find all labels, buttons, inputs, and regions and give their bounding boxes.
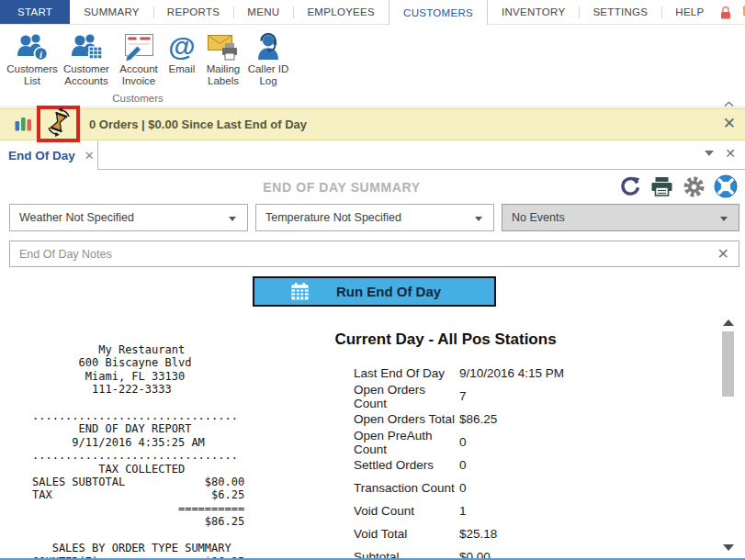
stat-row: Open Orders Count7 — [354, 385, 712, 408]
stat-label: Open PreAuth Count — [354, 429, 459, 456]
end-of-day-hourglass-icon[interactable] — [42, 107, 75, 140]
page-title: END OF DAY SUMMARY — [0, 180, 683, 195]
stat-label: Transaction Count — [354, 481, 459, 495]
menubar-quick-icons: t — [718, 0, 745, 24]
menu-start[interactable]: START — [0, 0, 70, 24]
ribbon-button-label: Account Invoice — [116, 63, 162, 87]
tabstrip-close-icon[interactable]: ✕ — [725, 149, 736, 158]
customers-list-button[interactable]: i Customers List — [7, 28, 57, 87]
refresh-icon[interactable] — [619, 175, 641, 197]
run-button-label: Run End Of Day — [310, 284, 467, 299]
chevron-down-icon — [229, 217, 236, 221]
chevron-down-icon — [475, 217, 482, 221]
menu-customers-active[interactable]: CUSTOMERS — [389, 0, 488, 25]
lock-icon[interactable] — [718, 5, 733, 20]
email-button[interactable]: @ Email — [164, 28, 199, 87]
main-menubar: START SUMMARY REPORTS MENU EMPLOYEES CUS… — [0, 0, 745, 25]
chevron-down-icon — [720, 217, 728, 221]
stat-value: $25.18 — [459, 527, 497, 541]
svg-text:@: @ — [168, 32, 195, 62]
menu-employees[interactable]: EMPLOYEES — [293, 0, 389, 24]
ribbon-button-label: Mailing Labels — [202, 63, 244, 87]
current-day-stats: Last End Of Day9/10/2016 4:15 PM Open Or… — [354, 362, 712, 560]
notes-clear-icon[interactable]: ✕ — [717, 245, 729, 263]
stat-value: $0.00 — [459, 550, 491, 560]
calendar-icon — [289, 281, 310, 302]
customers-list-icon: i — [16, 30, 49, 63]
stat-value: 9/10/2016 4:15 PM — [459, 366, 564, 380]
summary-toolbar — [619, 174, 738, 198]
orders-notification-bar: 0 Orders | $0.00 Since Last End of Day ✕ — [0, 108, 745, 140]
tabstrip-divider — [98, 169, 745, 170]
bar-chart-icon — [15, 115, 32, 135]
stat-label: Open Orders Count — [354, 383, 459, 410]
tabstrip-controls: ✕ — [705, 149, 736, 158]
tab-close-icon[interactable]: ✕ — [85, 149, 95, 162]
stat-row: Transaction Count0 — [354, 476, 712, 499]
stat-label: Open Orders Total — [354, 412, 459, 426]
pos-application-window: START SUMMARY REPORTS MENU EMPLOYEES CUS… — [0, 0, 745, 560]
email-icon: @ — [166, 30, 198, 63]
temperature-dropdown-value: Temperature Not Specified — [265, 211, 401, 224]
menu-reports[interactable]: REPORTS — [153, 0, 233, 24]
document-tabstrip: End Of Day ✕ ✕ — [0, 140, 745, 170]
tab-list-dropdown-icon[interactable] — [705, 151, 714, 156]
caller-id-log-button[interactable]: Caller ID Log — [247, 28, 289, 87]
ribbon-button-label: Caller ID Log — [247, 63, 289, 87]
stat-row: Open PreAuth Count0 — [354, 431, 712, 454]
ribbon-button-label: Customers List — [6, 63, 58, 87]
stat-value: $86.25 — [459, 412, 497, 426]
stat-value: 0 — [459, 458, 467, 472]
red-annotation-highlight — [37, 106, 80, 142]
events-dropdown-value: No Events — [512, 211, 565, 224]
account-invoice-icon — [122, 30, 155, 63]
stat-row: Void Count1 — [354, 499, 712, 522]
mailing-labels-icon — [207, 30, 240, 63]
end-of-day-notes-input[interactable] — [10, 241, 739, 266]
weather-dropdown-value: Weather Not Specified — [19, 211, 134, 224]
account-invoice-button[interactable]: Account Invoice — [116, 28, 162, 87]
scrollbar-thumb[interactable] — [722, 331, 734, 397]
stat-label: Void Count — [354, 504, 459, 518]
menu-summary[interactable]: SUMMARY — [70, 0, 153, 24]
stat-value: 0 — [459, 435, 467, 449]
mailing-labels-button[interactable]: Mailing Labels — [202, 28, 244, 87]
stat-row: Open Orders Total$86.25 — [354, 408, 712, 431]
ribbon-button-label: Customer Accounts — [60, 63, 113, 87]
notification-message: 0 Orders | $0.00 Since Last End of Day — [89, 118, 307, 131]
stat-row: Subtotal$0.00 — [354, 545, 712, 560]
scrollbar-up-arrow[interactable] — [723, 319, 734, 326]
customers-ribbon: i Customers List Customer Ac — [0, 25, 745, 107]
ribbon-button-label: Email — [169, 63, 196, 75]
menu-help[interactable]: HELP — [661, 0, 717, 24]
help-icon[interactable] — [714, 174, 738, 198]
menu-menu[interactable]: MENU — [233, 0, 293, 24]
stat-label: Last End Of Day — [354, 366, 459, 380]
stat-value: 1 — [459, 504, 467, 518]
stat-label: Subtotal — [354, 550, 459, 560]
menu-inventory[interactable]: INVENTORY — [488, 0, 579, 24]
weather-dropdown[interactable]: Weather Not Specified — [9, 204, 248, 231]
notification-close-icon[interactable]: ✕ — [723, 114, 736, 133]
customer-accounts-button[interactable]: Customer Accounts — [60, 28, 113, 87]
temperature-dropdown[interactable]: Temperature Not Specified — [255, 204, 494, 231]
stat-row: Settled Orders0 — [354, 454, 712, 476]
database-sync-icon[interactable] — [740, 4, 745, 20]
scrollbar-down-arrow[interactable] — [723, 544, 734, 551]
print-icon[interactable] — [649, 175, 674, 197]
tab-end-of-day[interactable]: End Of Day ✕ — [0, 140, 98, 170]
events-dropdown[interactable]: No Events — [502, 204, 739, 231]
current-day-panel-title: Current Day - All Pos Stations — [317, 330, 574, 349]
notes-field-container: ✕ — [9, 241, 739, 267]
run-end-of-day-button[interactable]: Run End Of Day — [253, 276, 496, 307]
stat-value: 0 — [459, 481, 467, 495]
tab-label: End Of Day — [8, 149, 75, 162]
menu-settings[interactable]: SETTINGS — [579, 0, 661, 24]
stat-row: Last End Of Day9/10/2016 4:15 PM — [354, 362, 712, 385]
settings-gear-icon[interactable] — [683, 175, 705, 198]
stat-label: Settled Orders — [354, 458, 459, 472]
ribbon-group-label: Customers — [0, 93, 276, 104]
stat-value: 7 — [459, 389, 467, 403]
stat-row: Void Total$25.18 — [354, 522, 712, 545]
end-of-day-receipt-preview: My Restaurant 600 Biscayne Blvd Miami, F… — [32, 343, 244, 560]
